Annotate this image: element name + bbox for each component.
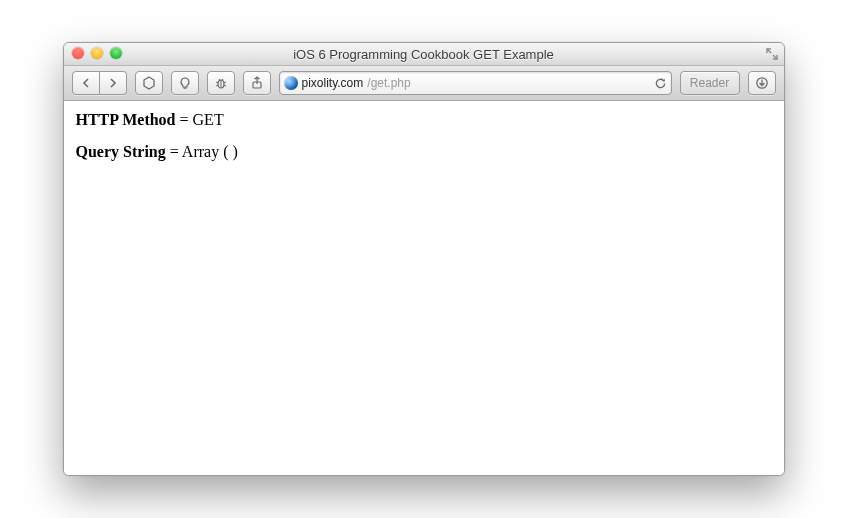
line1-value: GET <box>193 111 224 128</box>
omnibar-button-2[interactable] <box>171 71 199 95</box>
reload-button[interactable] <box>654 77 667 90</box>
window-title: iOS 6 Programming Cookbook GET Example <box>64 47 784 62</box>
forward-button[interactable] <box>100 71 127 95</box>
downloads-button[interactable] <box>748 71 776 95</box>
safari-window: iOS 6 Programming Cookbook GET Example <box>63 42 785 476</box>
content-line-2: Query String = Array ( ) <box>76 143 772 161</box>
share-icon <box>250 76 264 90</box>
hexagon-icon <box>142 76 156 90</box>
chevron-left-icon <box>81 78 91 88</box>
traffic-lights <box>72 47 122 59</box>
omnibar-button-1[interactable] <box>135 71 163 95</box>
zoom-button[interactable] <box>110 47 122 59</box>
download-icon <box>755 76 769 90</box>
lightbulb-icon <box>178 76 192 90</box>
line2-label: Query String <box>76 143 166 160</box>
nav-group <box>72 71 127 95</box>
bug-icon <box>214 76 228 90</box>
address-host: pixolity.com <box>302 76 364 90</box>
line1-label: HTTP Method <box>76 111 176 128</box>
address-bar[interactable]: pixolity.com/get.php <box>279 71 672 95</box>
page-content: HTTP Method = GET Query String = Array (… <box>64 101 784 475</box>
line2-value: Array ( ) <box>182 143 238 160</box>
share-button[interactable] <box>243 71 271 95</box>
chevron-right-icon <box>108 78 118 88</box>
omnibar-button-3[interactable] <box>207 71 235 95</box>
back-button[interactable] <box>72 71 100 95</box>
reload-icon <box>654 77 667 90</box>
toolbar: pixolity.com/get.php Reader <box>64 66 784 101</box>
reader-label: Reader <box>690 76 729 90</box>
close-button[interactable] <box>72 47 84 59</box>
minimize-button[interactable] <box>91 47 103 59</box>
content-line-1: HTTP Method = GET <box>76 111 772 129</box>
site-favicon <box>284 76 298 90</box>
reader-button[interactable]: Reader <box>680 71 740 95</box>
titlebar: iOS 6 Programming Cookbook GET Example <box>64 43 784 66</box>
fullscreen-icon[interactable] <box>766 48 778 60</box>
svg-marker-0 <box>144 77 154 89</box>
address-path: /get.php <box>367 76 410 90</box>
